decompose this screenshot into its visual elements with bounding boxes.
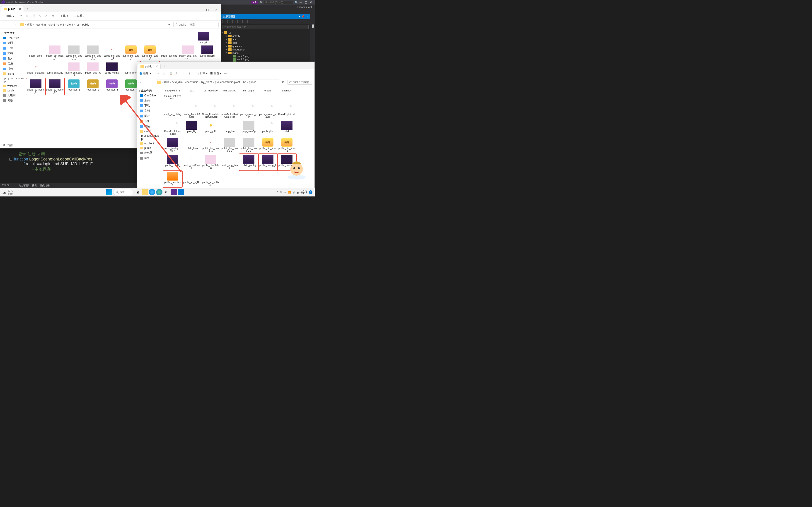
sidebar-item[interactable]: 桌面 (138, 98, 161, 103)
breadcrumb-segment[interactable]: Ry_plazz (201, 80, 212, 84)
vs-taskbar-icon[interactable] (170, 189, 177, 195)
file-item[interactable]: ☺public_chatEmoji (27, 62, 45, 78)
file-item[interactable]: public_background_4 (163, 137, 182, 153)
file-item[interactable]: public.plist (258, 120, 277, 136)
breadcrumb[interactable]: ›桌面›new_dlm›cocostudio›Ry_plazz›proj.coc… (156, 79, 279, 85)
explorer2-tab[interactable]: public ✕ (138, 64, 161, 69)
sidebar-item[interactable]: 图片 (1, 56, 24, 61)
tree-folder[interactable]: ▾logon (221, 51, 309, 55)
app-taskbar-icon[interactable] (178, 189, 184, 195)
file-item[interactable]: public_chat_txtSelect (179, 45, 197, 61)
file-item[interactable]: public_blank (27, 45, 45, 61)
file-item[interactable]: plaza_spicon_cion (240, 103, 258, 119)
nav-back-icon[interactable]: ← (139, 80, 143, 84)
nav-up-icon[interactable]: ↑ (13, 23, 17, 26)
file-item[interactable]: Node_RoomInfo_NoGold.csb (201, 103, 220, 119)
vs-minimize-button[interactable]: — (299, 1, 303, 4)
copy-icon[interactable]: ⎘ (26, 14, 30, 18)
vs-notification-badge[interactable]: ▼ 2 (251, 1, 258, 4)
file-item[interactable]: enter1 (258, 89, 277, 93)
cut-icon[interactable]: ✂ (20, 14, 23, 18)
explorer-taskbar-icon[interactable] (142, 189, 148, 195)
explorer2-search-input[interactable] (287, 80, 312, 84)
file-item[interactable]: 确定public_btn_sure_1 (277, 137, 296, 153)
vs-zoom[interactable]: 257 % (2, 184, 9, 187)
wifi-icon[interactable]: 📶 (288, 191, 291, 193)
file-item[interactable]: Node_RoomInfo.csb (183, 103, 201, 119)
copy-icon[interactable]: ⎘ (163, 72, 166, 75)
file-item[interactable]: public_sp_frame_01 (27, 78, 45, 95)
sidebar-item[interactable]: 视频 (1, 66, 24, 71)
volume-icon[interactable]: 🔊 (293, 191, 295, 193)
sidebar-header[interactable]: ⌂ 主文件夹 (1, 31, 24, 36)
vs-username[interactable]: linhongquan (298, 6, 311, 8)
file-item[interactable]: btn_darkblue (201, 89, 220, 93)
win-minimize-button[interactable]: — (194, 8, 203, 11)
file-item[interactable]: ✕public_btn_close_1 (201, 137, 220, 153)
file-item[interactable]: prop_line (220, 120, 239, 136)
new-button[interactable]: ⊕新建▾ (2, 14, 14, 18)
sidebar-item[interactable]: public (138, 146, 161, 150)
file-item[interactable]: public_popbg_2 (258, 154, 277, 170)
file-item[interactable]: public_popbg (240, 154, 258, 170)
file-item[interactable]: 确定public_btn_sure_0 (258, 137, 277, 153)
breadcrumb-segment[interactable]: 桌面 (27, 23, 32, 26)
sidebar-item[interactable]: 文档 (1, 51, 24, 56)
file-item[interactable]: plaza_spicon_player (258, 103, 277, 119)
file-item[interactable]: public_sp_bubble2 (201, 171, 220, 187)
file-item[interactable]: background_3 (163, 89, 182, 93)
explorer1-titlebar[interactable]: public ✕ ＋ — ▢ ✕ (0, 4, 221, 11)
file-item[interactable]: public_pop_frame (220, 154, 239, 170)
file-item[interactable]: GameChatLayer.csb (163, 94, 182, 101)
file-item[interactable]: und_4 (194, 31, 213, 45)
vs-close-button[interactable]: ✕ (309, 1, 313, 4)
tray-chevron-icon[interactable]: ˄ (277, 191, 278, 193)
system-tray[interactable]: ˄ 英 五 📶 🔊 17:49 2023/4/10 1 (277, 190, 313, 194)
cut-icon[interactable]: ✂ (157, 72, 160, 75)
new-tab-button[interactable]: ＋ (161, 63, 168, 69)
breadcrumb-segment[interactable]: public (249, 80, 256, 84)
file-item[interactable]: ✕public_btn_close_4 (103, 45, 121, 61)
store-icon[interactable]: 🛍 (163, 189, 170, 195)
file-item[interactable]: public_chatTxt (84, 62, 102, 78)
tab-close-icon[interactable]: ✕ (19, 7, 21, 11)
sort-button[interactable]: ↕ 排序 ▾ (61, 14, 71, 18)
taskbar-search[interactable]: 🔍 搜索 (113, 189, 134, 195)
tab-output[interactable]: 输出 (32, 184, 37, 187)
file-item[interactable]: public_btn_tips (160, 45, 178, 61)
vs-maximize-button[interactable]: ▢ (304, 1, 308, 4)
breadcrumb-segment[interactable]: client (48, 23, 55, 26)
new-tab-button[interactable]: ＋ (24, 6, 31, 11)
file-item[interactable]: public_chatBg (198, 45, 216, 61)
taskbar-weather[interactable]: ☁ 22°C多云 (2, 189, 13, 195)
notification-badge[interactable]: 1 (309, 190, 312, 194)
win-maximize-button[interactable]: ▢ (203, 8, 212, 11)
file-item[interactable]: public_chatSelect (64, 62, 83, 78)
rename-icon[interactable]: ✎ (175, 72, 179, 75)
sync-icon[interactable] (233, 20, 236, 23)
sidebar-item[interactable]: client (138, 129, 161, 133)
file-item[interactable]: public_sp_frame_02 (46, 78, 64, 95)
start-button[interactable] (106, 189, 112, 195)
sidebar-item[interactable]: 网络 (1, 98, 24, 103)
clock-time[interactable]: 17:49 (297, 190, 307, 192)
file-item[interactable]: prop_Bg (183, 120, 201, 136)
refresh-icon[interactable] (227, 20, 231, 23)
sidebar-item[interactable]: 此电脑 (138, 150, 161, 156)
refresh-icon[interactable]: ⟳ (281, 80, 286, 84)
file-item[interactable]: PlazzPopInformal.csb (163, 120, 182, 136)
tree-folder[interactable]: ▸gameicon (221, 44, 309, 48)
sidebar-item[interactable]: 视频 (138, 124, 161, 129)
edge2-icon[interactable] (156, 189, 162, 195)
win-close-button[interactable]: ✕ (212, 8, 221, 11)
share-icon[interactable]: ↗ (45, 14, 49, 18)
file-item[interactable]: mark_sp_Listbg (163, 103, 182, 119)
rename-icon[interactable]: ✎ (39, 14, 42, 18)
view-button[interactable]: ☰ 查看 ▾ (73, 14, 85, 18)
showall-icon[interactable] (247, 20, 251, 23)
file-item[interactable]: 中级场roomicon_3 (103, 78, 121, 95)
sidebar-item[interactable]: wxclient (138, 141, 161, 146)
tree-folder[interactable]: ▸activity (221, 34, 309, 38)
panel-close-icon[interactable]: ✕ (306, 15, 308, 18)
ime-indicator[interactable]: 英 (280, 190, 282, 194)
